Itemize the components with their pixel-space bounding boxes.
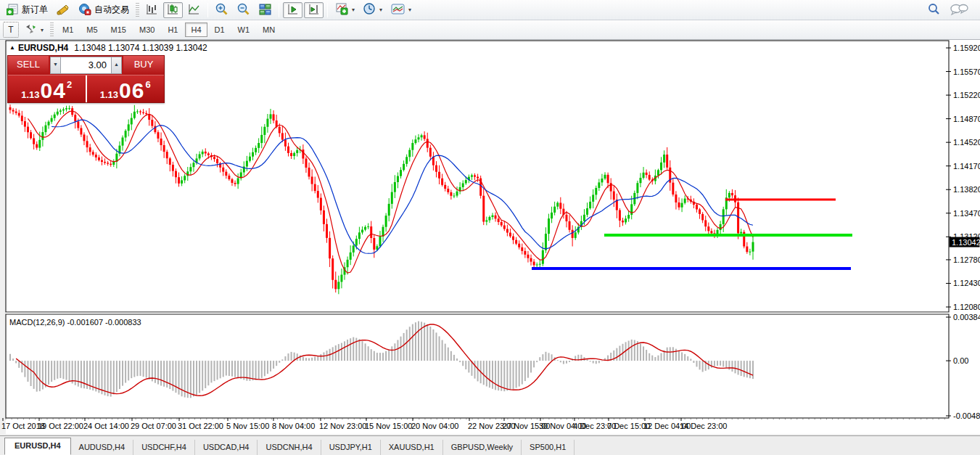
text-label-tool-button[interactable]: T xyxy=(3,22,19,38)
candle-body xyxy=(405,157,408,164)
candle-body xyxy=(728,193,730,197)
macd-histogram-bar xyxy=(72,361,73,383)
candle-body xyxy=(237,179,239,184)
sell-price-display[interactable]: 1.13042 xyxy=(8,75,87,102)
buy-price-sup: 6 xyxy=(145,79,150,90)
periods-button[interactable]: ▾ xyxy=(360,2,386,18)
chart-tab-usdchf-h4[interactable]: USDCHF,H4 xyxy=(133,440,195,455)
timeframe-button-h4[interactable]: H4 xyxy=(185,22,207,37)
macd-histogram-bar xyxy=(690,358,691,361)
volume-decrease-button[interactable]: ▼ xyxy=(50,57,61,74)
chart-tab-usdjpy-h1[interactable]: USDJPY,H1 xyxy=(321,440,381,455)
candle-body xyxy=(569,221,571,230)
styler-button[interactable] xyxy=(53,2,73,18)
candlestick-chart-button[interactable] xyxy=(163,2,183,18)
candle-body xyxy=(284,140,287,147)
macd-histogram-bar xyxy=(376,353,378,361)
candle-body xyxy=(139,111,141,112)
candle-body xyxy=(340,275,342,282)
chart-tab-gbpusd-weekly[interactable]: GBPUSD,Weekly xyxy=(443,440,522,455)
macd-histogram-bar xyxy=(516,361,517,388)
clock-icon xyxy=(363,3,376,17)
timeframe-button-m1[interactable]: M1 xyxy=(57,22,79,37)
chart-tab-eurusd-h4[interactable]: EURUSD,H4 xyxy=(4,438,71,455)
candle-body xyxy=(80,128,82,134)
macd-histogram-bar xyxy=(432,329,434,361)
timeframe-button-w1[interactable]: W1 xyxy=(232,22,256,37)
candle-body xyxy=(334,280,337,290)
chart-title: ▲EURUSD,H41.13048 1.13074 1.13039 1.1304… xyxy=(9,43,207,53)
search-button[interactable] xyxy=(923,2,944,18)
macd-histogram-bar xyxy=(616,348,617,361)
candle-body xyxy=(648,175,651,179)
timeframe-button-mn[interactable]: MN xyxy=(257,22,281,37)
macd-histogram-bar xyxy=(92,361,94,390)
macd-histogram-bar xyxy=(435,332,437,361)
macd-histogram-bar xyxy=(281,359,283,361)
auto-trading-button[interactable]: 自动交易 xyxy=(75,2,133,18)
new-order-button[interactable]: 新订单 xyxy=(3,2,52,18)
tile-windows-button[interactable] xyxy=(255,2,275,18)
candle-body xyxy=(281,133,284,139)
chart-tab-sp500-h1[interactable]: SP500,H1 xyxy=(522,440,575,455)
macd-histogram-bar xyxy=(465,361,466,369)
chart-tab-usdcnh-h4[interactable]: USDCNH,H4 xyxy=(258,440,321,455)
chart-ohlc-values: 1.13048 1.13074 1.13039 1.13042 xyxy=(74,43,207,53)
candle-body xyxy=(551,213,553,218)
macd-histogram-bar xyxy=(735,361,736,373)
line-chart-icon xyxy=(188,4,200,17)
candle-body xyxy=(498,218,500,222)
buy-button[interactable]: BUY xyxy=(123,56,164,75)
macd-histogram-bar xyxy=(566,361,567,364)
macd-histogram-bar xyxy=(361,341,363,361)
chat-button[interactable] xyxy=(946,2,972,18)
candle-body xyxy=(24,121,26,127)
volume-input[interactable]: 3.00 xyxy=(61,57,111,74)
candle-body xyxy=(199,154,201,158)
buy-price-display[interactable]: 1.13066 xyxy=(87,75,165,102)
objects-tool-button[interactable]: ▾ xyxy=(20,22,47,38)
macd-histogram-bar xyxy=(48,361,49,385)
price-axis-label: 1.14870 xyxy=(953,115,980,123)
chart-tab-audusd-h4[interactable]: AUDUSD,H4 xyxy=(71,440,134,455)
timeframe-button-m15[interactable]: M15 xyxy=(105,22,132,37)
horn-icon xyxy=(57,4,70,17)
chevron-down-icon: ▾ xyxy=(379,7,382,13)
macd-histogram-bar xyxy=(530,361,532,372)
macd-histogram-bar xyxy=(731,361,733,372)
timeframe-button-d1[interactable]: D1 xyxy=(209,22,231,37)
zoom-in-button[interactable] xyxy=(212,2,232,18)
macd-histogram-bar xyxy=(601,361,603,361)
collapse-triangle-icon[interactable]: ▲ xyxy=(9,44,15,51)
timeframe-button-m5[interactable]: M5 xyxy=(81,22,103,37)
candle-body xyxy=(435,165,437,172)
candle-body xyxy=(252,152,254,157)
macd-histogram-bar xyxy=(119,361,120,389)
chart-tab-xauusd-h1[interactable]: XAUUSD,H1 xyxy=(381,440,443,455)
candle-body xyxy=(364,227,366,230)
auto-scroll-icon xyxy=(287,4,299,17)
macd-histogram-bar xyxy=(252,361,254,380)
macd-histogram-bar xyxy=(287,353,289,361)
macd-histogram-bar xyxy=(560,361,561,362)
macd-histogram-bar xyxy=(297,353,298,361)
timeframe-button-m30[interactable]: M30 xyxy=(133,22,160,37)
macd-histogram-bar xyxy=(157,361,159,384)
macd-histogram-bar xyxy=(234,361,236,377)
candle-body xyxy=(131,118,133,125)
candle-body xyxy=(707,226,709,231)
macd-histogram-bar xyxy=(557,360,559,361)
chart-shift-button[interactable] xyxy=(304,2,324,18)
volume-increase-button[interactable]: ▲ xyxy=(111,57,122,74)
macd-histogram-bar xyxy=(12,358,14,361)
zoom-out-button[interactable] xyxy=(234,2,254,18)
sell-button[interactable]: SELL xyxy=(8,56,49,75)
timeframe-button-h1[interactable]: H1 xyxy=(162,22,184,37)
chart-tab-usdcad-h4[interactable]: USDCAD,H4 xyxy=(195,440,258,455)
templates-button[interactable]: ▾ xyxy=(387,2,415,18)
indicators-button[interactable]: ▾ xyxy=(332,2,358,18)
auto-scroll-button[interactable] xyxy=(283,2,302,18)
line-chart-button[interactable] xyxy=(184,2,204,18)
macd-histogram-bar xyxy=(104,361,106,395)
bar-chart-button[interactable] xyxy=(142,2,162,18)
